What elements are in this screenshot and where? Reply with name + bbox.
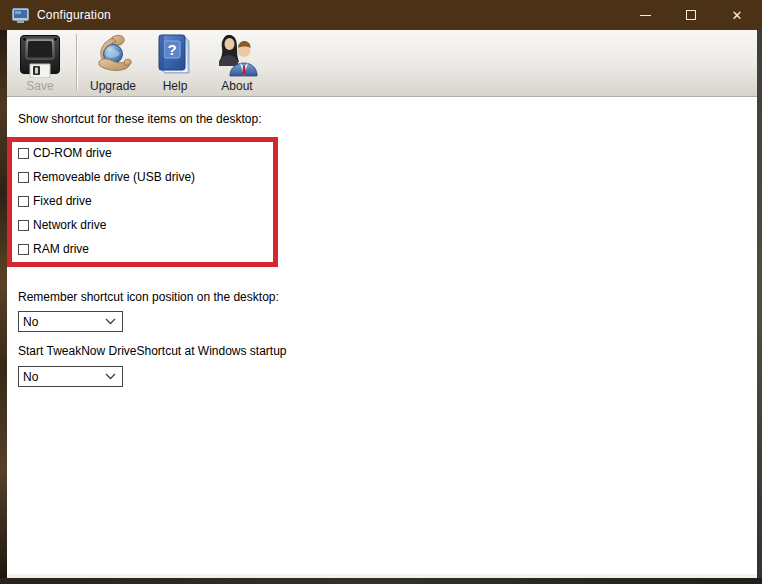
checkbox-label: CD-ROM drive [33, 146, 112, 160]
people-icon [215, 32, 259, 78]
remember-position-value: No [19, 315, 105, 329]
drive-checkbox-list: CD-ROM drive Removeable drive (USB drive… [18, 141, 258, 261]
save-button[interactable]: Save [9, 30, 71, 96]
chevron-down-icon [105, 318, 122, 325]
maximize-button[interactable] [668, 0, 714, 30]
window-controls: ✕ [622, 0, 760, 30]
book-question-icon: ? [155, 32, 195, 78]
checkbox-label: Removeable drive (USB drive) [33, 170, 195, 184]
upgrade-button-label: Upgrade [90, 79, 136, 93]
about-button-label: About [221, 79, 252, 93]
save-button-label: Save [26, 79, 53, 93]
minimize-button[interactable] [622, 0, 668, 30]
title-bar[interactable]: Configuration ✕ [0, 0, 762, 30]
removeable-drive-checkbox[interactable] [18, 172, 29, 183]
chevron-down-icon [105, 373, 122, 380]
minimize-icon [640, 15, 651, 16]
hands-globe-icon [91, 32, 135, 78]
window-border-bottom [0, 578, 762, 584]
app-monitor-icon [12, 8, 29, 23]
shortcut-section-label: Show shortcut for these items on the des… [18, 112, 261, 126]
window-title: Configuration [37, 8, 111, 22]
checkbox-label: Fixed drive [33, 194, 92, 208]
toolbar: Save Upgrade [7, 30, 757, 97]
upgrade-button[interactable]: Upgrade [82, 30, 144, 96]
about-button[interactable]: About [206, 30, 268, 96]
help-button[interactable]: ? Help [144, 30, 206, 96]
svg-text:?: ? [167, 41, 176, 58]
close-button[interactable]: ✕ [714, 0, 760, 30]
floppy-disk-icon [19, 33, 61, 78]
toolbar-separator [76, 34, 77, 90]
checkbox-row-network[interactable]: Network drive [18, 213, 258, 237]
cdrom-drive-checkbox[interactable] [18, 148, 29, 159]
startup-dropdown[interactable]: No [18, 366, 123, 387]
checkbox-label: RAM drive [33, 242, 89, 256]
checkbox-row-removeable[interactable]: Removeable drive (USB drive) [18, 165, 258, 189]
checkbox-row-cdrom[interactable]: CD-ROM drive [18, 141, 258, 165]
checkbox-row-fixed[interactable]: Fixed drive [18, 189, 258, 213]
fixed-drive-checkbox[interactable] [18, 196, 29, 207]
desktop-wallpaper-strip-left [0, 30, 7, 578]
checkbox-row-ram[interactable]: RAM drive [18, 237, 258, 261]
window-border-right [757, 30, 762, 578]
remember-position-label: Remember shortcut icon position on the d… [18, 290, 279, 304]
configuration-window: { "window": { "title": "Configuration", … [0, 0, 762, 584]
remember-position-dropdown[interactable]: No [18, 311, 123, 332]
help-button-label: Help [163, 79, 188, 93]
ram-drive-checkbox[interactable] [18, 244, 29, 255]
checkbox-label: Network drive [33, 218, 106, 232]
close-icon: ✕ [732, 9, 743, 22]
maximize-icon [686, 10, 696, 20]
startup-dropdown-value: No [19, 370, 105, 384]
network-drive-checkbox[interactable] [18, 220, 29, 231]
startup-label: Start TweakNow DriveShortcut at Windows … [18, 344, 287, 358]
